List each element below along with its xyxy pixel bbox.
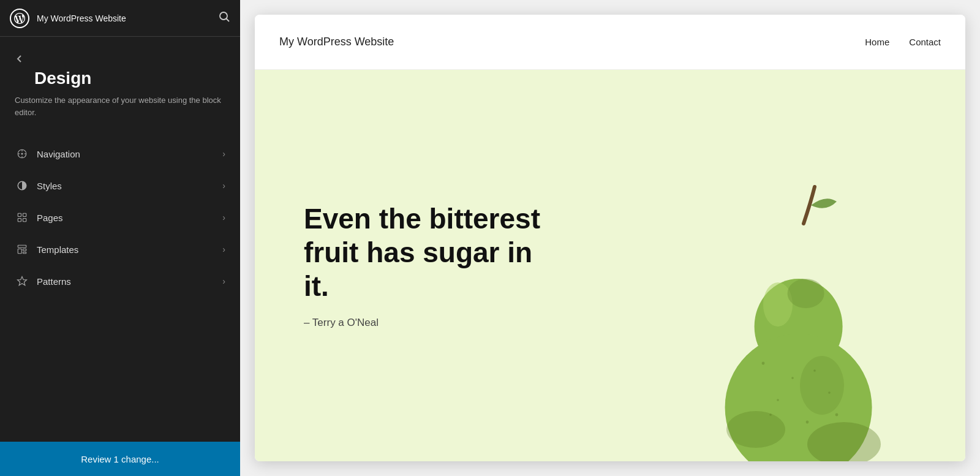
chevron-right-icon-templates: ›: [222, 244, 225, 254]
styles-label: Styles: [37, 181, 222, 191]
svg-rect-10: [23, 249, 26, 251]
svg-point-22: [835, 414, 839, 417]
chevron-right-icon-pages: ›: [222, 213, 225, 222]
svg-point-24: [813, 369, 816, 372]
chevron-right-icon-patterns: ›: [222, 276, 225, 286]
svg-marker-12: [18, 277, 27, 285]
svg-rect-6: [18, 219, 21, 222]
review-changes-button[interactable]: Review 1 change...: [0, 442, 240, 476]
topbar: My WordPress Website: [0, 0, 240, 37]
nav-link-contact[interactable]: Contact: [909, 37, 941, 47]
svg-rect-8: [18, 245, 26, 247]
search-icon[interactable]: [218, 10, 230, 26]
preview-header: My WordPress Website Home Contact: [255, 15, 965, 70]
svg-point-20: [828, 391, 831, 394]
svg-point-18: [777, 399, 779, 401]
topbar-site-title: My WordPress Website: [37, 13, 211, 23]
svg-point-19: [806, 421, 809, 424]
svg-point-3: [21, 153, 23, 155]
compass-icon: [15, 146, 29, 161]
preview-browser: My WordPress Website Home Contact Even t…: [255, 15, 965, 461]
sidebar-item-navigation[interactable]: Navigation ›: [0, 138, 240, 170]
svg-point-17: [762, 362, 765, 365]
svg-rect-11: [23, 252, 26, 254]
patterns-icon: [15, 274, 29, 289]
svg-point-16: [800, 356, 844, 415]
svg-rect-9: [18, 249, 21, 254]
sidebar-item-pages[interactable]: Pages ›: [0, 202, 240, 233]
svg-point-0: [220, 12, 227, 20]
wordpress-logo: [10, 9, 29, 28]
chevron-right-icon: ›: [222, 149, 225, 159]
hero-quote: Even the bitterest fruit has sugar in it…: [304, 202, 561, 304]
design-title: Design: [34, 69, 225, 88]
sidebar-item-styles[interactable]: Styles ›: [0, 170, 240, 202]
templates-icon: [15, 242, 29, 257]
hero-attribution: – Terry a O'Neal: [304, 317, 916, 329]
sidebar-item-templates[interactable]: Templates ›: [0, 233, 240, 265]
styles-icon: [15, 178, 29, 193]
svg-point-26: [726, 411, 785, 448]
patterns-label: Patterns: [37, 276, 222, 287]
hero-text: Even the bitterest fruit has sugar in it…: [304, 202, 916, 330]
nav-link-home[interactable]: Home: [865, 37, 889, 47]
preview-hero: Even the bitterest fruit has sugar in it…: [255, 70, 965, 461]
svg-rect-5: [23, 213, 26, 216]
templates-label: Templates: [37, 244, 222, 255]
back-button[interactable]: [15, 54, 24, 64]
pages-icon: [15, 210, 29, 225]
sidebar-item-patterns[interactable]: Patterns ›: [0, 265, 240, 297]
svg-rect-7: [23, 219, 26, 222]
preview-area: My WordPress Website Home Contact Even t…: [240, 0, 980, 476]
sidebar-content: Design Customize the appearance of your …: [0, 37, 240, 476]
chevron-right-icon-styles: ›: [222, 181, 225, 191]
design-description: Customize the appearance of your website…: [15, 94, 225, 118]
nav-items: Navigation › Styles › Pages ›: [0, 138, 240, 297]
pages-label: Pages: [37, 213, 222, 223]
preview-site-title: My WordPress Website: [279, 36, 865, 48]
navigation-label: Navigation: [37, 149, 222, 159]
design-header: Design Customize the appearance of your …: [0, 37, 240, 128]
preview-nav: Home Contact: [865, 37, 941, 47]
sidebar: My WordPress Website Design Customize th…: [0, 0, 240, 476]
svg-point-21: [791, 377, 794, 379]
svg-line-1: [227, 19, 230, 22]
svg-rect-4: [18, 213, 21, 216]
